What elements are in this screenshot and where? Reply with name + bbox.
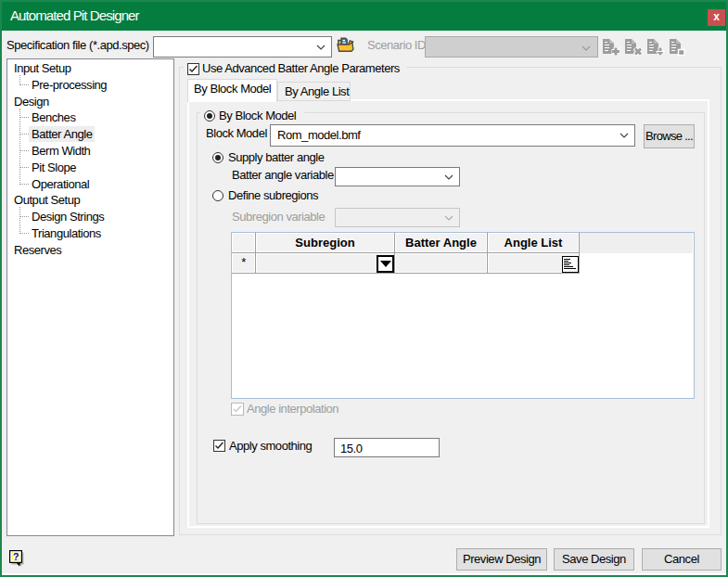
svg-text:?: ?: [13, 551, 19, 562]
